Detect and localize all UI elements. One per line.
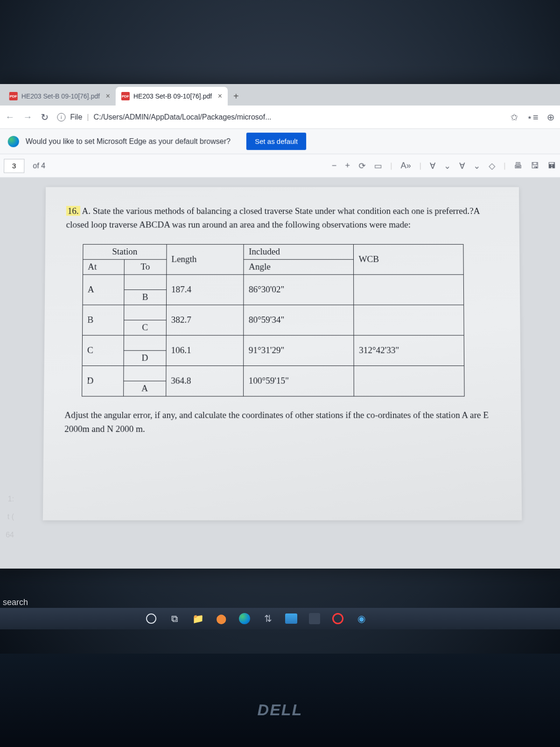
pdf-page: 16. A. State the various methods of bala… bbox=[43, 187, 522, 521]
rotate-icon[interactable]: ⟳ bbox=[358, 161, 365, 171]
fit-page-icon[interactable]: ▭ bbox=[374, 161, 382, 171]
cell-length: 364.8 bbox=[166, 366, 244, 396]
header-wcb: WCB bbox=[354, 244, 464, 275]
cell-angle: 91°31'29" bbox=[244, 335, 354, 366]
closing-text: Adjust the angular error, if any, and ca… bbox=[64, 408, 500, 436]
page-total: of 4 bbox=[33, 162, 45, 170]
app-icon-2[interactable]: ⇅ bbox=[261, 612, 274, 625]
tab-title: HE203 Set-B 09-10[76].pdf bbox=[133, 92, 212, 100]
tab-active[interactable]: PDF HE203 Set-B 09-10[76].pdf × bbox=[116, 87, 228, 106]
cell-to: C bbox=[124, 320, 166, 335]
close-icon[interactable]: × bbox=[105, 92, 110, 100]
question-body: A. State the various methods of balancin… bbox=[66, 206, 480, 230]
laptop-body: DELL bbox=[0, 654, 560, 747]
search-text: search bbox=[3, 598, 28, 607]
save-icon[interactable]: 🖫 bbox=[531, 161, 539, 170]
infobar-message: Would you like to set Microsoft Edge as … bbox=[26, 137, 231, 146]
traverse-table: Station Length Included WCB At To Angle … bbox=[82, 244, 465, 396]
header-included: Included bbox=[244, 244, 353, 259]
new-tab-button[interactable]: + bbox=[228, 87, 245, 106]
highlight-icon[interactable]: ∀ bbox=[459, 161, 465, 171]
cell-angle: 80°59'34" bbox=[244, 305, 354, 335]
cell-wcb bbox=[354, 305, 464, 335]
cell-wcb: 312°42'33" bbox=[354, 335, 464, 366]
cell-angle: 86°30'02" bbox=[244, 275, 354, 305]
close-icon[interactable]: × bbox=[218, 92, 222, 100]
tab-inactive[interactable]: PDF HE203 Set-B 09-10[76].pdf × bbox=[4, 87, 116, 106]
draw-icon[interactable]: ∀ bbox=[430, 161, 435, 171]
print-icon[interactable]: 🖶 bbox=[514, 161, 522, 170]
task-view-icon[interactable]: ⧉ bbox=[168, 612, 181, 625]
cell-angle: 100°59'15" bbox=[244, 366, 354, 396]
cell-wcb bbox=[354, 275, 464, 305]
file-explorer-icon[interactable]: 📁 bbox=[191, 612, 204, 625]
url-input[interactable]: i File | C:/Users/ADMIN/AppData/Local/Pa… bbox=[57, 113, 502, 121]
pdf-toolbar: of 4 − + ⟳ ▭ | A» | ∀ ⌄ ∀ ⌄ ◇ | 🖶 🖫 🖬 bbox=[0, 154, 560, 177]
cell-to: B bbox=[124, 289, 167, 304]
set-default-button[interactable]: Set as default bbox=[246, 133, 306, 150]
edge-icon bbox=[8, 136, 19, 147]
question-number: 16. bbox=[66, 206, 80, 216]
chevron-down-icon[interactable]: ⌄ bbox=[444, 161, 451, 171]
read-aloud-icon[interactable]: A» bbox=[400, 161, 411, 170]
default-browser-infobar: Would you like to set Microsoft Edge as … bbox=[0, 129, 560, 154]
header-angle: Angle bbox=[244, 260, 354, 275]
info-icon[interactable]: i bbox=[57, 113, 65, 121]
cell-length: 187.4 bbox=[166, 275, 244, 305]
back-button[interactable]: ← bbox=[5, 112, 14, 122]
favorite-icon[interactable]: ✩ bbox=[511, 112, 518, 123]
dell-logo: DELL bbox=[258, 701, 303, 719]
cell-length: 106.1 bbox=[166, 335, 244, 366]
address-bar: ← → ↻ i File | C:/Users/ADMIN/AppData/Lo… bbox=[0, 106, 560, 129]
url-protocol: File bbox=[70, 113, 82, 121]
tab-bar: PDF HE203 Set-B 09-10[76].pdf × PDF HE20… bbox=[0, 84, 560, 106]
cell-at: B bbox=[83, 305, 124, 335]
header-station: Station bbox=[83, 244, 167, 259]
cell-to: A bbox=[124, 381, 166, 396]
cell-to: D bbox=[124, 351, 166, 366]
browser-window: PDF HE203 Set-B 09-10[76].pdf × PDF HE20… bbox=[0, 84, 560, 569]
pdf-viewport[interactable]: 16. A. State the various methods of bala… bbox=[0, 178, 560, 569]
question-text: 16. A. State the various methods of bala… bbox=[66, 204, 498, 232]
zoom-out-icon[interactable]: − bbox=[332, 161, 337, 170]
tab-title: HE203 Set-B 09-10[76].pdf bbox=[21, 92, 100, 100]
app-icon[interactable]: ⬤ bbox=[215, 612, 228, 625]
left-overlay: 1: t ( 64 bbox=[0, 490, 14, 544]
forward-button[interactable]: → bbox=[23, 112, 32, 122]
cell-at: D bbox=[82, 366, 124, 396]
mail-icon[interactable] bbox=[285, 612, 298, 625]
refresh-button[interactable]: ↻ bbox=[41, 112, 49, 123]
url-path: C:/Users/ADMIN/AppData/Local/Packages/mi… bbox=[93, 113, 271, 121]
taskbar: ⧉ 📁 ⬤ ⇅ ◉ bbox=[0, 608, 560, 629]
pdf-icon: PDF bbox=[9, 92, 18, 100]
favorites-list-icon[interactable]: ⋆≡ bbox=[527, 112, 539, 123]
erase-icon[interactable]: ◇ bbox=[489, 161, 495, 171]
store-icon[interactable] bbox=[308, 612, 321, 625]
page-number-input[interactable] bbox=[4, 159, 24, 173]
header-to: To bbox=[124, 260, 167, 275]
cell-wcb bbox=[354, 366, 465, 396]
chevron-down-icon[interactable]: ⌄ bbox=[473, 161, 480, 171]
header-at: At bbox=[83, 260, 125, 275]
header-length: Length bbox=[167, 244, 244, 275]
edge-taskbar-icon[interactable] bbox=[238, 612, 251, 625]
opera-icon[interactable] bbox=[331, 612, 344, 625]
zoom-in-icon[interactable]: + bbox=[345, 161, 350, 170]
save-as-icon[interactable]: 🖬 bbox=[548, 161, 556, 170]
cell-at: C bbox=[82, 335, 124, 366]
cell-at: A bbox=[83, 275, 124, 305]
url-divider: | bbox=[87, 113, 89, 121]
pdf-icon: PDF bbox=[121, 92, 130, 100]
collections-icon[interactable]: ⊕ bbox=[547, 112, 555, 123]
cell-length: 382.7 bbox=[166, 305, 244, 335]
app-icon-3[interactable]: ◉ bbox=[355, 612, 368, 625]
cortana-icon[interactable] bbox=[145, 612, 158, 625]
